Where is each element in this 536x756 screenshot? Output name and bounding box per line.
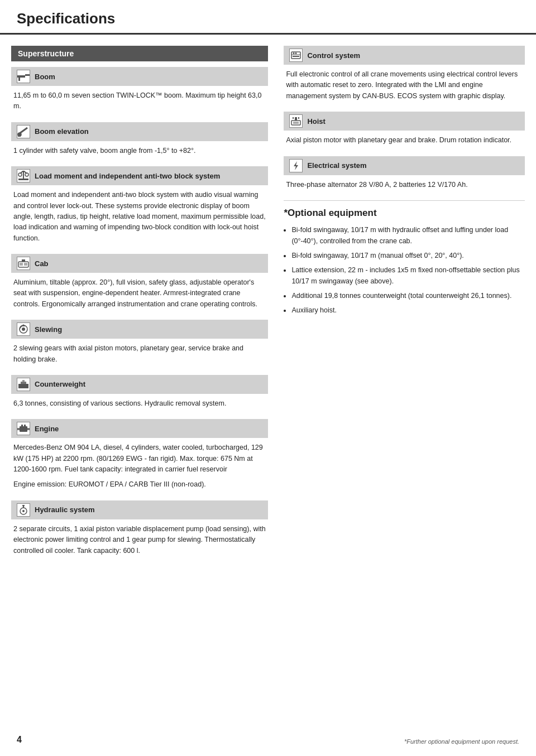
list-item: Lattice extension, 22 m - includes 1x5 m…	[291, 264, 525, 287]
svg-rect-26	[24, 425, 26, 427]
counterweight-icon	[17, 378, 30, 391]
hydraulic-header: Hydraulic system	[11, 500, 268, 519]
svg-rect-39	[298, 117, 299, 119]
boom-icon	[17, 70, 30, 83]
svg-point-17	[22, 328, 25, 331]
svg-point-29	[22, 505, 25, 507]
control-system-text: Full electronic control of all crane mov…	[284, 69, 525, 102]
svg-rect-34	[293, 56, 299, 57]
cab-section: Cab Aluminium, tiltable (approx. 20°), f…	[11, 254, 268, 310]
load-moment-header: Load moment and independent anti-two blo…	[11, 166, 268, 185]
electrical-section: Electrical system Three-phase alternator…	[284, 156, 525, 190]
svg-rect-38	[293, 117, 294, 119]
slewing-header: Slewing	[11, 320, 268, 339]
superstructure-header: Superstructure	[11, 46, 268, 61]
svg-rect-2	[18, 78, 20, 81]
boom-elevation-label: Boom elevation	[35, 127, 89, 136]
main-content: Superstructure Boom 11,65 m to 60,0 m se…	[0, 46, 536, 577]
hydraulic-text: 2 separate circuits, 1 axial piston vari…	[11, 524, 268, 556]
boom-elevation-icon	[17, 125, 30, 138]
electrical-label: Electrical system	[307, 161, 366, 170]
svg-point-33	[295, 52, 297, 54]
page-number: 4	[17, 735, 22, 745]
electrical-header: Electrical system	[284, 156, 525, 175]
page-title: Specifications	[17, 10, 115, 27]
electrical-text: Three-phase alternator 28 V/80 A, 2 batt…	[284, 180, 525, 190]
svg-rect-13	[20, 263, 23, 266]
svg-marker-40	[294, 161, 298, 170]
hoist-text: Axial piston motor with planetary gear a…	[284, 135, 525, 146]
control-system-header: Control system	[284, 46, 525, 65]
slewing-section: Slewing 2 slewing gears with axial pisto…	[11, 320, 268, 365]
load-moment-section: Load moment and independent anti-two blo…	[11, 166, 268, 244]
slewing-icon	[17, 322, 30, 336]
boom-label: Boom	[35, 73, 55, 81]
control-system-label: Control system	[307, 51, 360, 60]
page-header: Specifications	[0, 0, 536, 35]
engine-text2: Engine emission: EUROMOT / EPA / CARB Ti…	[11, 479, 268, 490]
hoist-icon	[289, 114, 303, 128]
slewing-text: 2 slewing gears with axial piston motors…	[11, 343, 268, 365]
engine-section: Engine Mercedes-Benz OM 904 LA, diesel, …	[11, 419, 268, 490]
list-item: Additional 19,8 tonnes counterweight (to…	[291, 290, 525, 301]
boom-elevation-section: Boom elevation 1 cylinder with safety va…	[11, 122, 268, 156]
electrical-icon	[289, 159, 303, 172]
engine-text: Mercedes-Benz OM 904 LA, diesel, 4 cylin…	[11, 442, 268, 475]
svg-rect-21	[22, 380, 25, 382]
counterweight-header: Counterweight	[11, 375, 268, 394]
svg-rect-24	[27, 428, 30, 430]
boom-section: Boom 11,65 m to 60,0 m seven section TWI…	[11, 67, 268, 112]
engine-header: Engine	[11, 419, 268, 438]
boom-elevation-header: Boom elevation	[11, 122, 268, 141]
list-item: Bi-fold swingaway, 10/17 m with hydrauli…	[291, 224, 525, 247]
cab-text: Aluminium, tiltable (approx. 20°), full …	[11, 277, 268, 310]
hoist-section: Hoist Axial piston motor with planetary …	[284, 112, 525, 146]
svg-rect-36	[293, 122, 299, 124]
slewing-label: Slewing	[35, 325, 62, 334]
load-moment-label: Load moment and independent anti-two blo…	[35, 172, 220, 180]
hoist-label: Hoist	[307, 117, 326, 126]
cab-header: Cab	[11, 254, 268, 273]
engine-label: Engine	[35, 425, 59, 433]
superstructure-label: Superstructure	[18, 49, 74, 58]
optional-equipment-section: *Optional equipment Bi-fold swingaway, 1…	[284, 208, 525, 316]
svg-rect-22	[20, 426, 27, 432]
svg-rect-1	[25, 74, 30, 76]
svg-rect-23	[17, 428, 20, 430]
control-system-icon	[289, 49, 303, 62]
load-moment-text: Load moment and independent anti-two blo…	[11, 190, 268, 244]
svg-rect-14	[24, 263, 27, 266]
svg-rect-20	[21, 382, 26, 384]
list-item: Auxiliary hoist.	[291, 305, 525, 316]
svg-point-28	[22, 510, 25, 512]
load-moment-icon	[17, 169, 30, 182]
boom-text: 11,65 m to 60,0 m seven section TWIN-LOC…	[11, 90, 268, 112]
svg-rect-25	[21, 425, 23, 427]
counterweight-text: 6,3 tonnes, consisting of various sectio…	[11, 398, 268, 409]
list-item: Bi-fold swingaway, 10/17 m (manual offse…	[291, 250, 525, 261]
optional-list: Bi-fold swingaway, 10/17 m with hydrauli…	[284, 224, 525, 316]
right-column: Control system Full electronic control o…	[278, 46, 525, 566]
cab-icon	[17, 257, 30, 270]
boom-elevation-text: 1 cylinder with safety valve, boom angle…	[11, 146, 268, 156]
cab-label: Cab	[35, 259, 49, 268]
hydraulic-section: Hydraulic system 2 separate circuits, 1 …	[11, 500, 268, 556]
svg-point-32	[293, 52, 295, 54]
hydraulic-icon	[17, 503, 30, 517]
svg-rect-15	[22, 259, 25, 262]
svg-rect-37	[295, 117, 297, 121]
hydraulic-label: Hydraulic system	[35, 505, 95, 514]
footnote: *Further optional equipment upon request…	[404, 738, 519, 745]
hoist-header: Hoist	[284, 112, 525, 131]
counterweight-label: Counterweight	[35, 380, 85, 388]
boom-header: Boom	[11, 67, 268, 86]
svg-rect-6	[18, 179, 28, 180]
left-column: Superstructure Boom 11,65 m to 60,0 m se…	[11, 46, 278, 566]
section-divider	[284, 200, 525, 201]
control-system-section: Control system Full electronic control o…	[284, 46, 525, 102]
svg-rect-19	[18, 384, 28, 388]
svg-line-4	[20, 128, 27, 133]
svg-rect-0	[17, 75, 25, 78]
optional-header: *Optional equipment	[284, 208, 525, 219]
engine-icon	[17, 422, 30, 435]
